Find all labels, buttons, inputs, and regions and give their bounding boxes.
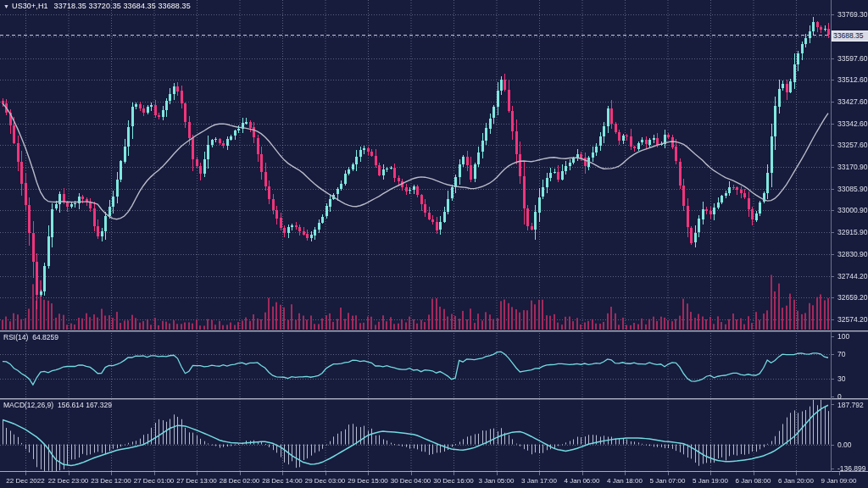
trading-chart-window: ▼US30+,H133718.35 33720.35 33684.35 3368… [0, 0, 868, 488]
ohlc-values: 33718.35 33720.35 33684.35 33688.35 [54, 2, 191, 10]
symbol-period-label: US30+,H1 [12, 2, 48, 10]
rsi-indicator-label: RSI(14)64.8259 [3, 333, 58, 341]
chart-title: ▼US30+,H133718.35 33720.35 33684.35 3368… [3, 2, 191, 10]
collapse-chart-icon[interactable]: ▼ [3, 3, 9, 9]
macd-values: 156.614 167.329 [58, 401, 112, 409]
macd-level-label: 187.792 [837, 401, 864, 409]
time-axis-label: 9 Jan 09:00 [805, 477, 868, 485]
macd-name: MACD(12,26,9) [3, 401, 53, 409]
macd-axis[interactable]: 187.7920.00-136.899 [834, 0, 868, 488]
rsi-name: RSI(14) [3, 333, 28, 341]
macd-indicator-label: MACD(12,26,9)156.614 167.329 [3, 401, 112, 409]
current-price-label: 33688.35 [832, 30, 868, 42]
chart-canvas[interactable] [0, 0, 868, 488]
time-axis[interactable]: 22 Dec 202222 Dec 23:0023 Dec 12:0027 De… [0, 472, 868, 488]
rsi-value: 64.8259 [32, 333, 58, 341]
macd-level-label: 0.00 [837, 441, 852, 449]
